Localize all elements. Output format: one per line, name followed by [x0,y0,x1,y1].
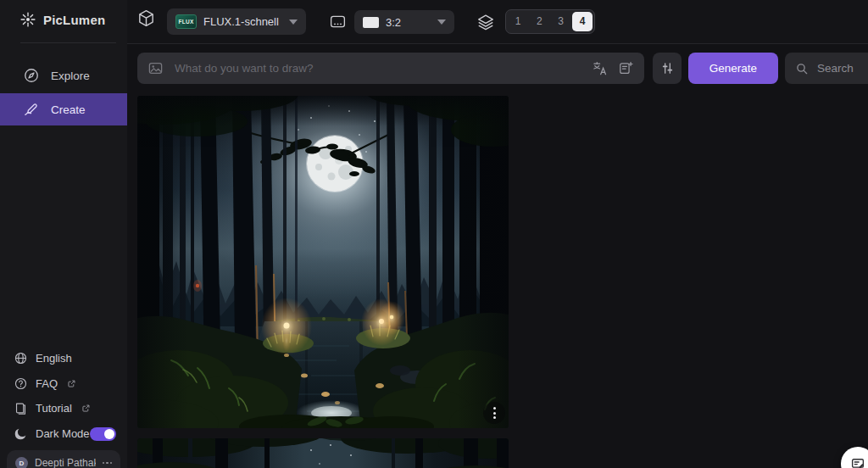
translate-icon[interactable] [592,60,609,77]
moon-icon [14,426,28,441]
sidebar-item-explore[interactable]: Explore [0,59,127,92]
sidebar-item-create[interactable]: Create [0,93,127,125]
tutorial-label: Tutorial [36,402,72,415]
dark-mode-toggle[interactable] [90,427,116,441]
chevron-down-icon [437,20,446,25]
image-kebab-menu-icon[interactable] [483,402,505,424]
feedback-icon [850,456,865,468]
model-selector[interactable]: FLUX FLUX.1-schnell [167,8,306,35]
count-option-4-selected[interactable]: 4 [572,12,593,31]
chevron-down-icon [289,20,298,25]
aspect-ratio-selector[interactable]: 3:2 [354,10,454,34]
sidebar: PicLumen Explore Create [0,0,127,468]
main-content: Generate [127,44,868,468]
external-link-icon [81,404,91,413]
starburst-logo-icon [19,11,36,28]
prompt-input[interactable] [173,61,582,75]
ratio-value: 3:2 [386,16,401,29]
compass-icon [23,67,40,84]
ellipsis-icon[interactable] [103,462,113,465]
image-icon[interactable] [147,60,164,76]
book-icon [14,401,28,415]
globe-icon [14,351,28,365]
user-name: Deepti Pathak [35,457,96,468]
cube-icon [136,8,156,28]
search-box [785,53,868,84]
generated-image-2[interactable] [137,438,509,468]
piclumen-app: PicLumen Explore Create [0,0,868,468]
advanced-settings-button[interactable] [653,53,682,84]
count-option-2[interactable]: 2 [529,12,549,31]
model-name: FLUX.1-schnell [203,15,279,28]
language-label: English [36,352,72,365]
help-icon [14,376,28,391]
avatar: D [15,457,28,468]
pen-icon [23,101,40,118]
layers-icon [476,13,495,31]
faq-link[interactable]: FAQ [0,370,127,396]
count-option-1[interactable]: 1 [508,12,528,31]
top-toolbar: FLUX FLUX.1-schnell 3:2 1 [127,0,868,44]
generate-button[interactable]: Generate [688,53,778,84]
generated-image-1[interactable] [137,96,509,428]
feedback-button[interactable] [841,447,868,468]
sidebar-item-label: Create [51,103,86,116]
search-input[interactable] [815,61,868,75]
language-selector[interactable]: English [0,345,127,370]
search-icon [795,62,809,75]
count-option-3[interactable]: 3 [551,12,571,31]
faq-label: FAQ [36,377,58,390]
flux-badge: FLUX [175,14,197,29]
prompt-bar [137,53,644,84]
prompt-notes-icon[interactable] [618,60,634,76]
external-link-icon [67,379,76,388]
sidebar-item-label: Explore [51,70,90,82]
tutorial-link[interactable]: Tutorial [0,395,127,421]
ratio-thumb-icon [363,17,379,28]
toggle-knob [104,429,114,439]
user-account-row[interactable]: D Deepti Pathak [7,450,120,468]
image-count-selector: 1 2 3 4 [505,9,595,34]
dark-mode-label: Dark Mode [36,427,90,440]
logo-text: PicLumen [43,13,105,27]
sidebar-divider [20,42,116,43]
app-logo[interactable]: PicLumen [19,11,105,28]
aspect-frame-icon [329,13,347,31]
